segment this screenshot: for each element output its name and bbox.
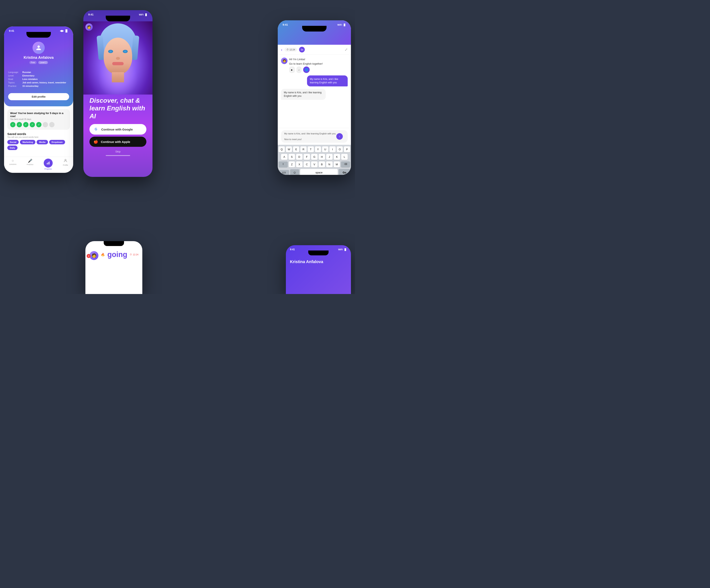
key-123[interactable]: 123 xyxy=(279,170,289,175)
topics-label: Topics: xyxy=(8,81,22,84)
key-d[interactable]: D xyxy=(296,154,303,160)
key-j[interactable]: J xyxy=(326,154,333,160)
key-l[interactable]: L xyxy=(341,154,348,160)
key-k[interactable]: K xyxy=(334,154,340,160)
key-q[interactable]: Q xyxy=(279,146,285,152)
key-r[interactable]: R xyxy=(300,146,307,152)
ph4-badge: 2 xyxy=(87,254,91,258)
nav-item-progress[interactable]: Progress xyxy=(44,159,53,170)
apple-signin-button[interactable]: 🍎 Continue with Apple xyxy=(90,137,146,147)
send-button[interactable]: ↑ xyxy=(336,133,343,140)
key-x[interactable]: X xyxy=(296,161,303,167)
key-o[interactable]: O xyxy=(337,146,343,152)
audio-play-btn[interactable]: ▶ xyxy=(289,67,295,73)
streak-dot-3: ✓ xyxy=(23,122,28,127)
key-shift[interactable]: ⇧ xyxy=(279,161,288,167)
key-b[interactable]: B xyxy=(318,161,325,167)
user-bubble-1: My name is Kris, and i like learning Eng… xyxy=(307,75,348,87)
bot-avatar: 🧑 xyxy=(281,57,287,64)
edit-profile-button[interactable]: Edit profile xyxy=(8,93,69,100)
nav-item-profile[interactable]: Profile xyxy=(63,159,68,170)
chat-header: ‹ ⏱ 12:24 1x ⤢ xyxy=(278,45,351,55)
streak-dot-7 xyxy=(49,122,54,127)
streak-dot-2: ✓ xyxy=(17,122,22,127)
svg-rect-1 xyxy=(48,162,48,164)
key-space[interactable]: space xyxy=(300,169,338,175)
globe-button[interactable]: 🌐 xyxy=(303,67,310,73)
gray-bubble-1: My name is Kris, and i like learning Eng… xyxy=(281,89,326,100)
streak-subtitle: You best result 35 days xyxy=(10,118,67,120)
key-i[interactable]: I xyxy=(329,146,336,152)
keyboard-row-3: ⇧ Z X C V B N M ⌫ xyxy=(279,161,350,167)
key-u[interactable]: U xyxy=(322,146,328,152)
nav-item-lessons[interactable]: ○ Lessions xyxy=(9,159,17,170)
svg-point-3 xyxy=(65,159,66,161)
discover-text-section: Discover, chat & learn English with AI G… xyxy=(84,95,152,158)
expand-button[interactable]: ⤢ xyxy=(345,47,348,52)
speed-badge[interactable]: 1x xyxy=(299,47,305,52)
key-s[interactable]: S xyxy=(288,154,295,160)
goal-value: Less mistakes xyxy=(22,78,69,80)
ai-portrait: 🧑 xyxy=(84,21,152,95)
time-2: 9:41 xyxy=(88,13,94,16)
wifi-icon-3: WiFi xyxy=(337,24,342,26)
word-tags: Social Marketing Media Dropdown Daily xyxy=(7,140,70,150)
ph5-user-name: Kristina Anfalova xyxy=(290,259,347,264)
notch-1 xyxy=(26,32,51,38)
profile-badges: Free Level 2 xyxy=(29,61,48,64)
streak-dot-6 xyxy=(43,122,48,127)
word-tag-daily[interactable]: Daily xyxy=(7,146,18,150)
key-h[interactable]: H xyxy=(318,154,325,160)
key-n[interactable]: N xyxy=(326,161,333,167)
key-a[interactable]: A xyxy=(281,154,287,160)
key-t[interactable]: T xyxy=(308,146,314,152)
audio-controls: ▶ ♪ 🌐 xyxy=(289,67,323,73)
word-tag-dropdown[interactable]: Dropdown xyxy=(49,140,65,144)
key-emoji[interactable]: ☺ xyxy=(290,169,299,175)
word-tag-marketing[interactable]: Marketing xyxy=(20,140,36,144)
status-bar-1: 9:41 ◀▶ ▐▌ xyxy=(4,26,73,32)
bot-message-1: 🧑 Hi! I'm Limba! Go to learn English tog… xyxy=(281,57,348,73)
svg-rect-0 xyxy=(47,163,47,164)
badge-level: Level 2 xyxy=(38,61,48,64)
streak-dot-5: ✓ xyxy=(36,122,42,127)
user-name: Kristina Anfalova xyxy=(24,55,53,60)
key-delete[interactable]: ⌫ xyxy=(341,161,350,167)
key-f[interactable]: F xyxy=(304,154,310,160)
bot-text-2: Go to learn English together! xyxy=(289,62,323,66)
keyboard-row-1: Q W E R T Y U I O P xyxy=(279,146,350,152)
nav-item-practice[interactable]: 🎤 Practice xyxy=(27,159,33,170)
key-p[interactable]: P xyxy=(344,146,350,152)
back-button[interactable]: ‹ xyxy=(281,47,282,52)
key-v[interactable]: V xyxy=(311,161,317,167)
input-text: My name is Kris, and i like learning Eng… xyxy=(284,132,336,141)
word-tag-media[interactable]: Media xyxy=(37,140,48,144)
fire-icon: 🔥 xyxy=(101,253,105,257)
badge-free: Free xyxy=(29,61,37,64)
saved-words-section: Saved words You will see you saved words… xyxy=(7,132,70,150)
skip-link[interactable]: Skip xyxy=(90,150,146,153)
phone-chat: 9:41 WiFi ▐▌ ‹ ⏱ 12:24 1x ⤢ 🧑 Hi! I'm Li… xyxy=(278,20,351,175)
clock-icon: ⏱ xyxy=(286,48,289,51)
key-w[interactable]: W xyxy=(286,146,292,152)
profile-icon xyxy=(64,159,68,164)
word-tag-social[interactable]: Social xyxy=(7,140,19,144)
key-e[interactable]: E xyxy=(293,146,299,152)
key-y[interactable]: Y xyxy=(315,146,321,152)
key-go[interactable]: Go xyxy=(339,169,350,175)
keyboard-row-2: A S D F G H J K L xyxy=(279,154,350,160)
practice-value: 15 minutes/day xyxy=(22,85,69,87)
time-5: 9:41 xyxy=(290,248,295,251)
nav-label-practice: Practice xyxy=(27,163,33,165)
key-g[interactable]: G xyxy=(311,154,317,160)
profile-info: Language: Russian Level: Elementary Goal… xyxy=(4,68,73,91)
key-z[interactable]: Z xyxy=(289,161,295,167)
timer-badge: ⏱ 12:24 xyxy=(284,48,297,52)
google-signin-button[interactable]: G Continue with Google xyxy=(90,124,146,135)
battery-icon-2: ▐▌ xyxy=(144,14,148,16)
audio-speed-btn[interactable]: ♪ xyxy=(297,67,302,73)
key-c[interactable]: C xyxy=(304,161,310,167)
status-bar-2: 9:41 WiFi ▐▌ xyxy=(84,10,152,16)
key-m[interactable]: M xyxy=(334,161,340,167)
status-bar-5: 9:41 WiFi ▐▌ xyxy=(286,245,351,251)
